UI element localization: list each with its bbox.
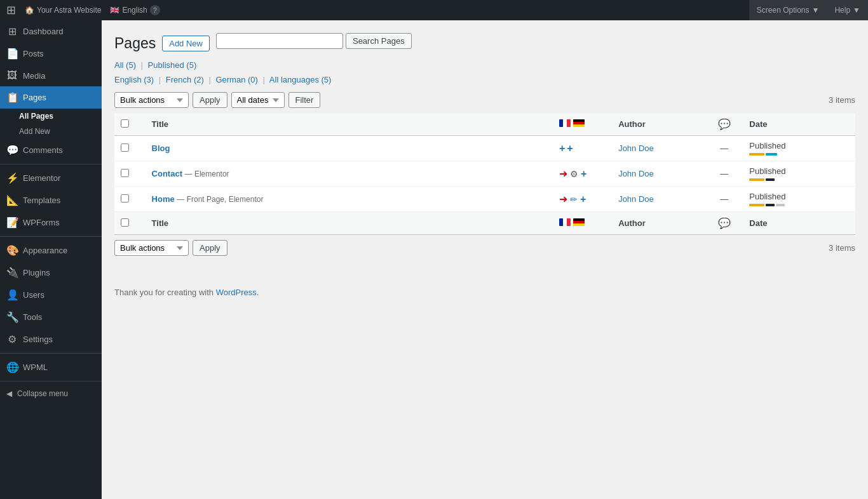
comment-col-footer: 💬 <box>705 212 743 235</box>
sidebar-item-users[interactable]: 👤 Users <box>0 284 102 306</box>
sidebar-divider-2 <box>0 236 102 237</box>
home-flags-cell: ➜ ✏ + <box>553 187 612 212</box>
collapse-menu[interactable]: ◀ Collapse menu <box>0 384 102 403</box>
sidebar-item-tools[interactable]: 🔧 Tools <box>0 306 102 328</box>
date-filter-select[interactable]: All dates <box>231 92 285 108</box>
sidebar-item-comments[interactable]: 💬 Comments <box>0 139 102 161</box>
sidebar-divider-4 <box>0 381 102 382</box>
page-heading: Pages Add New Search Pages <box>114 33 855 54</box>
contact-elementor-icon[interactable]: ⚙ <box>570 169 578 179</box>
sidebar-divider-3 <box>0 353 102 354</box>
blog-add-fr-button[interactable]: + <box>559 143 565 154</box>
blog-status-seg-2 <box>766 153 777 156</box>
select-all-col-footer <box>114 212 146 235</box>
flag-icon: 🇬🇧 <box>110 6 119 15</box>
filter-published-link[interactable]: Published (5) <box>148 60 197 70</box>
bulk-bar-top: Bulk actions Edit Move to Trash Apply Al… <box>114 92 855 108</box>
sidebar-item-pages[interactable]: 📋 Pages <box>0 86 102 109</box>
german-flag-footer <box>573 218 585 226</box>
title-col-header[interactable]: Title <box>146 113 553 136</box>
home-author-cell: John Doe <box>612 187 705 212</box>
contact-date-cell: Published <box>743 161 855 187</box>
sidebar-item-dashboard[interactable]: ⊞ Dashboard <box>0 20 102 43</box>
select-all-checkbox-footer[interactable] <box>121 218 129 227</box>
filter-all-link[interactable]: All (5) <box>114 60 139 70</box>
sidebar-item-appearance[interactable]: 🎨 Appearance <box>0 239 102 262</box>
sidebar-sub-all-pages[interactable]: All Pages <box>0 109 102 124</box>
lang-french-link[interactable]: French (2) <box>166 75 207 84</box>
home-status-seg-1 <box>749 204 764 206</box>
bulk-actions-select-top[interactable]: Bulk actions Edit Move to Trash <box>114 92 189 108</box>
table-row: Home — Front Page, Elementor ➜ ✏ + John … <box>114 187 855 212</box>
blog-title-cell: Blog <box>146 136 553 161</box>
contact-title-link[interactable]: Contact <box>152 169 182 178</box>
search-pages-button[interactable]: Search Pages <box>346 33 412 49</box>
row-checkbox-home[interactable] <box>121 194 129 203</box>
blog-add-de-button[interactable]: + <box>567 143 573 154</box>
blog-status-seg-1 <box>749 153 764 156</box>
home-author-link[interactable]: John Doe <box>618 194 654 204</box>
date-col-footer[interactable]: Date <box>743 212 855 235</box>
apply-button-top[interactable]: Apply <box>193 92 227 108</box>
sidebar-item-elementor[interactable]: ⚡ Elementor <box>0 167 102 189</box>
blog-comment-cell: — <box>705 136 743 161</box>
comment-bubble-icon-footer: 💬 <box>718 218 731 229</box>
blog-author-link[interactable]: John Doe <box>618 143 654 153</box>
page-title: Pages <box>114 35 156 52</box>
home-title-meta: — Front Page, Elementor <box>177 195 263 204</box>
sidebar-divider <box>0 164 102 164</box>
date-col-header[interactable]: Date <box>743 113 855 136</box>
home-edit-icon[interactable]: ✏ <box>570 194 578 204</box>
sidebar-item-wpml[interactable]: 🌐 WPML <box>0 356 102 378</box>
sidebar-item-wpforms[interactable]: 📝 WPForms <box>0 211 102 234</box>
contact-status-seg-1 <box>749 178 764 181</box>
language-switcher[interactable]: 🇬🇧 English ? <box>110 5 159 15</box>
flags-col-header <box>553 113 612 136</box>
lang-english-link[interactable]: English (3) <box>114 75 156 84</box>
settings-icon: ⚙ <box>6 333 18 345</box>
title-col-footer[interactable]: Title <box>146 212 553 235</box>
contact-title-cell: Contact — Elementor <box>146 161 553 187</box>
contact-add-lang-button[interactable]: + <box>581 169 587 179</box>
site-name[interactable]: 🏠 Your Astra Website <box>25 6 101 15</box>
row-checkbox-cell <box>114 187 146 212</box>
apply-button-bottom[interactable]: Apply <box>193 240 227 256</box>
row-checkbox-cell <box>114 161 146 187</box>
row-checkbox-contact[interactable] <box>121 169 129 177</box>
wordpress-link[interactable]: WordPress <box>216 288 257 297</box>
sidebar-item-posts[interactable]: 📄 Posts <box>0 43 102 65</box>
wpml-icon: 🌐 <box>6 361 18 373</box>
add-new-button[interactable]: Add New <box>162 36 210 51</box>
blog-flags-cell: + + <box>553 136 612 161</box>
home-comment-cell: — <box>705 187 743 212</box>
sidebar-item-media[interactable]: 🖼 Media <box>0 65 102 86</box>
filter-button[interactable]: Filter <box>288 92 321 108</box>
help-button[interactable]: Help ▼ <box>827 0 868 20</box>
top-right-actions: Screen Options ▼ Help ▼ <box>749 0 868 20</box>
home-title-link[interactable]: Home <box>152 194 175 204</box>
contact-author-link[interactable]: John Doe <box>618 169 654 178</box>
blog-author-cell: John Doe <box>612 136 705 161</box>
language-help-icon[interactable]: ? <box>150 5 160 15</box>
screen-options-button[interactable]: Screen Options ▼ <box>749 0 827 20</box>
sidebar-item-templates[interactable]: 📐 Templates <box>0 189 102 211</box>
contact-comment-cell: — <box>705 161 743 187</box>
select-all-checkbox[interactable] <box>121 119 129 128</box>
lang-all-link[interactable]: All languages (5) <box>269 75 332 84</box>
appearance-icon: 🎨 <box>6 244 18 256</box>
sidebar-item-settings[interactable]: ⚙ Settings <box>0 328 102 350</box>
table-row: Blog + + John Doe — Pu <box>114 136 855 161</box>
wp-logo-icon: ⊞ <box>6 3 16 17</box>
sidebar-sub-add-new[interactable]: Add New <box>0 124 102 139</box>
row-checkbox-blog[interactable] <box>121 143 129 152</box>
footer: Thank you for creating with WordPress. <box>114 275 855 303</box>
home-add-lang-button[interactable]: + <box>580 194 586 204</box>
author-col-footer[interactable]: Author <box>612 212 705 235</box>
home-status-seg-2 <box>766 204 775 206</box>
search-input[interactable] <box>216 33 343 49</box>
sidebar-item-plugins[interactable]: 🔌 Plugins <box>0 262 102 284</box>
blog-title-link[interactable]: Blog <box>152 143 170 153</box>
lang-german-link[interactable]: German (0) <box>215 75 260 84</box>
author-col-header[interactable]: Author <box>612 113 705 136</box>
bulk-actions-select-bottom[interactable]: Bulk actions Edit Move to Trash <box>114 240 189 256</box>
